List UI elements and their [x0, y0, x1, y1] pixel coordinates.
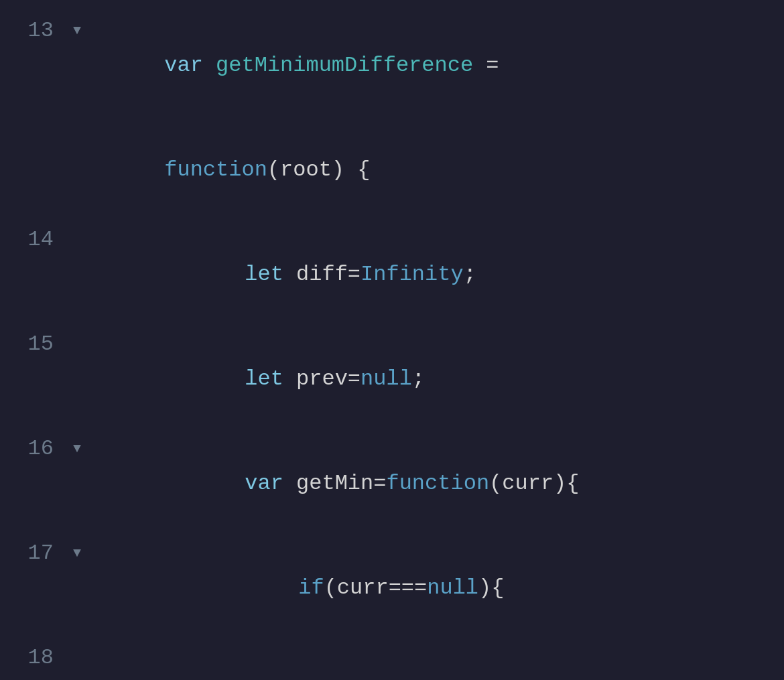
fold-arrow-16[interactable]: ▼	[67, 431, 87, 466]
equals-sign: =	[473, 53, 499, 78]
code-content-13: var getMinimumDifference =	[87, 13, 784, 118]
code-content-18: return;	[87, 640, 784, 680]
line-number-16: 16	[0, 431, 67, 466]
code-line-13: 13 ▼ var getMinimumDifference =	[0, 13, 784, 118]
fold-arrow-13[interactable]: ▼	[67, 13, 87, 48]
code-content-16: var getMin=function(curr){	[87, 431, 784, 536]
semi-2: ;	[412, 366, 425, 391]
code-line-13b: function(root) {	[0, 118, 784, 222]
line-number-15: 15	[0, 327, 67, 362]
fn-root-open: (root) {	[267, 157, 371, 182]
curr-open: (curr){	[489, 471, 579, 496]
line-number-17: 17	[0, 536, 67, 571]
code-line-16: 16 ▼ var getMin=function(curr){	[0, 431, 784, 536]
code-content-13b: function(root) {	[87, 118, 784, 222]
keyword-var-2: var	[245, 471, 296, 496]
prev-eq: prev=	[296, 366, 361, 391]
code-container: 13 ▼ var getMinimumDifference = function…	[0, 0, 784, 680]
line-number-18: 18	[0, 640, 67, 675]
fold-arrow-17[interactable]: ▼	[67, 536, 87, 571]
infinity-val: Infinity	[361, 262, 464, 287]
keyword-var: var	[164, 53, 216, 78]
code-line-17: 17 ▼ if(curr===null){	[0, 536, 784, 640]
line-number-14: 14	[0, 222, 67, 257]
code-line-14: 14 let diff=Infinity;	[0, 222, 784, 327]
fn-getMinimumDifference: getMinimumDifference	[216, 53, 473, 78]
keyword-let-2: let	[245, 366, 296, 391]
code-content-17: if(curr===null){	[87, 536, 784, 640]
keyword-let-1: let	[245, 262, 296, 287]
code-line-15: 15 let prev=null;	[0, 327, 784, 431]
semi-1: ;	[464, 262, 476, 287]
curr-null-check: (curr===	[324, 575, 428, 600]
null-val-1: null	[361, 366, 412, 391]
keyword-function-1: function	[164, 157, 267, 182]
keyword-function-2: function	[386, 471, 489, 496]
line-number-13: 13	[0, 13, 67, 48]
code-content-15: let prev=null;	[87, 327, 784, 431]
null-val-2: null	[427, 575, 478, 600]
code-content-14: let diff=Infinity;	[87, 222, 784, 327]
if-open: ){	[478, 575, 504, 600]
keyword-if-1: if	[298, 575, 324, 600]
diff-eq: diff=	[296, 262, 361, 287]
getMin-eq: getMin=	[296, 471, 386, 496]
code-line-18: 18 return;	[0, 640, 784, 680]
